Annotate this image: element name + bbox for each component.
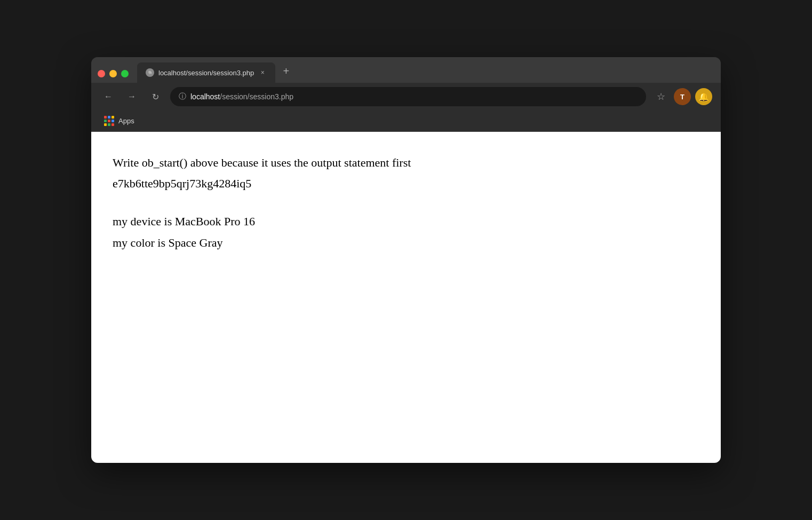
grid-dot-2: [108, 116, 110, 119]
tab-favicon: 🐘: [146, 68, 154, 77]
apps-bookmark[interactable]: Apps: [100, 114, 139, 128]
info-icon: ⓘ: [179, 92, 186, 101]
content-spacer: [113, 195, 699, 212]
new-tab-button[interactable]: +: [277, 62, 294, 80]
content-line-1: Write ob_start() above because it uses t…: [113, 153, 699, 172]
svg-text:🐘: 🐘: [148, 70, 153, 75]
page-content: Write ob_start() above because it uses t…: [91, 132, 721, 463]
address-path: /session/session3.php: [220, 92, 293, 101]
apps-grid-icon: [104, 116, 114, 126]
browser-window: 🐘 localhost/session/session3.php × + ← →…: [91, 57, 721, 463]
content-line-2: e7kb6tte9bp5qrj73kg4284iq5: [113, 174, 699, 193]
grid-dot-7: [104, 123, 107, 126]
apps-label: Apps: [118, 117, 134, 125]
navigation-bar: ← → ↻ ⓘ localhost/session/session3.php ☆…: [91, 83, 721, 111]
address-bar-container[interactable]: ⓘ localhost/session/session3.php: [170, 87, 646, 106]
window-controls: [98, 70, 129, 77]
grid-dot-1: [104, 116, 107, 119]
bookmark-button[interactable]: ☆: [652, 88, 670, 105]
minimize-button[interactable]: [109, 70, 117, 77]
grid-dot-6: [112, 120, 114, 122]
bell-icon: 🔔: [698, 92, 709, 102]
content-line-4: my color is Space Gray: [113, 233, 699, 252]
bookmarks-bar: Apps: [91, 111, 721, 132]
close-button[interactable]: [98, 70, 105, 77]
tab-close-button[interactable]: ×: [258, 68, 267, 77]
content-line-3: my device is MacBook Pro 16: [113, 212, 699, 231]
tab-bar: 🐘 localhost/session/session3.php × +: [91, 57, 721, 83]
address-text: localhost/session/session3.php: [190, 92, 293, 101]
grid-dot-3: [112, 116, 114, 119]
back-button[interactable]: ←: [100, 88, 117, 105]
grid-dot-9: [112, 123, 114, 126]
active-tab[interactable]: 🐘 localhost/session/session3.php ×: [137, 62, 275, 83]
profile-avatar-t[interactable]: T: [674, 88, 691, 105]
nav-right-buttons: ☆ T 🔔: [652, 88, 712, 105]
address-domain: localhost: [190, 92, 220, 101]
reload-button[interactable]: ↻: [147, 88, 164, 105]
tab-title: localhost/session/session3.php: [158, 69, 254, 77]
forward-button[interactable]: →: [123, 88, 140, 105]
grid-dot-4: [104, 120, 107, 122]
maximize-button[interactable]: [121, 70, 129, 77]
grid-dot-8: [108, 123, 110, 126]
profile-avatar-bell[interactable]: 🔔: [695, 88, 712, 105]
grid-dot-5: [108, 120, 110, 122]
